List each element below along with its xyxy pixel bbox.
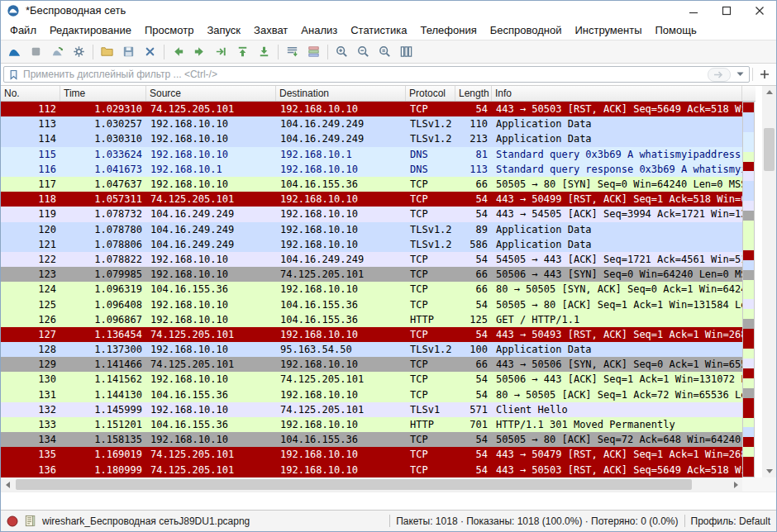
menu-item-9[interactable]: Беспроводной — [484, 21, 569, 39]
packet-row[interactable]: 1141.030310192.168.10.10104.16.249.249TL… — [1, 131, 742, 146]
menu-item-8[interactable]: Телефония — [413, 21, 483, 39]
expert-info-icon[interactable] — [7, 515, 18, 527]
menu-item-10[interactable]: Инструменты — [568, 21, 648, 39]
cell-protocol: TCP — [406, 329, 455, 340]
cell-time: 1.169019 — [60, 449, 146, 460]
packet-row[interactable]: 1221.078822192.168.10.10104.16.249.249TC… — [1, 252, 742, 267]
menu-item-5[interactable]: Захват — [247, 21, 294, 39]
cell-time: 1.079985 — [60, 268, 146, 280]
top-icon[interactable] — [232, 42, 253, 61]
open-file-icon[interactable] — [97, 42, 117, 61]
cell-destination: 104.16.249.249 — [276, 118, 406, 130]
horizontal-scroll-track[interactable] — [14, 477, 729, 492]
minimap-band — [743, 201, 754, 211]
capture-file-properties-icon[interactable] — [24, 515, 36, 527]
horizontal-scrollbar[interactable] — [1, 477, 742, 492]
back-icon[interactable] — [168, 42, 188, 61]
capture-options-icon[interactable] — [69, 42, 89, 61]
vertical-scroll-track[interactable] — [762, 98, 776, 465]
cell-destination: 74.125.205.101 — [276, 268, 406, 280]
colorize-icon[interactable] — [303, 42, 324, 61]
cell-time: 1.041673 — [60, 164, 146, 175]
packet-row[interactable]: 1261.096867192.168.10.10104.16.155.36HTT… — [1, 312, 742, 327]
apply-filter-icon[interactable] — [708, 68, 731, 82]
packet-row[interactable]: 1341.158135192.168.10.10104.16.155.36TCP… — [1, 432, 742, 447]
filter-dropdown-icon[interactable] — [733, 72, 747, 77]
packet-row[interactable]: 1281.137300192.168.10.1095.163.54.50TLSv… — [1, 342, 742, 357]
packet-row[interactable]: 1331.151201104.16.155.36192.168.10.10HTT… — [1, 417, 742, 432]
packet-row[interactable]: 1201.078780104.16.249.249192.168.10.10TL… — [1, 222, 742, 237]
packet-row[interactable]: 1291.14146674.125.205.101192.168.10.10TC… — [1, 357, 742, 372]
column-header-no[interactable]: No. — [1, 86, 60, 101]
packet-row[interactable]: 1121.02931074.125.205.101192.168.10.10TC… — [1, 102, 742, 116]
packet-minimap[interactable] — [742, 102, 755, 477]
packet-row[interactable]: 1241.096319104.16.155.36192.168.10.10TCP… — [1, 282, 742, 297]
add-filter-button[interactable] — [756, 66, 774, 83]
packet-row[interactable]: 1181.05731174.125.205.101192.168.10.10TC… — [1, 192, 742, 207]
close-file-icon[interactable] — [140, 42, 160, 61]
cell-no: 124 — [1, 283, 60, 295]
cell-length: 125 — [455, 314, 492, 325]
minimap-band — [743, 290, 754, 300]
menu-item-6[interactable]: Анализ — [294, 21, 344, 39]
stop-capture-icon[interactable] — [26, 42, 46, 61]
minimap-band — [743, 447, 754, 457]
goto-packet-icon[interactable] — [211, 42, 231, 61]
cell-protocol: TLSv1 — [406, 404, 455, 416]
scroll-up-icon[interactable] — [762, 86, 776, 98]
menu-item-7[interactable]: Статистика — [344, 21, 413, 39]
packet-row[interactable]: 1131.030257192.168.10.10104.16.249.249TL… — [1, 116, 742, 131]
minimize-button[interactable] — [677, 1, 710, 20]
cell-time: 1.096867 — [60, 314, 146, 325]
vertical-scroll-thumb[interactable] — [764, 128, 775, 171]
zoom-reset-icon[interactable] — [374, 42, 395, 61]
forward-icon[interactable] — [189, 42, 210, 61]
save-file-icon[interactable] — [118, 42, 139, 61]
horizontal-scroll-thumb[interactable] — [16, 479, 692, 490]
packet-row[interactable]: 1301.141562192.168.10.1074.125.205.101TC… — [1, 372, 742, 387]
scroll-left-icon[interactable] — [1, 477, 14, 492]
zoom-out-icon[interactable] — [353, 42, 374, 61]
menu-item-11[interactable]: Помощь — [649, 21, 703, 39]
column-header-destination[interactable]: Destination — [276, 86, 406, 101]
packet-row[interactable]: 1361.18099974.125.205.101192.168.10.10TC… — [1, 463, 742, 477]
autoscroll-icon[interactable] — [282, 42, 303, 61]
column-header-info[interactable]: Info — [492, 86, 742, 101]
packet-row[interactable]: 1151.033624192.168.10.10192.168.10.1DNS8… — [1, 147, 742, 162]
menu-item-3[interactable]: Просмотр — [138, 21, 200, 39]
packet-row[interactable]: 1211.078806104.16.249.249192.168.10.10TL… — [1, 237, 742, 252]
restart-capture-icon[interactable] — [47, 42, 68, 61]
resize-columns-icon[interactable] — [396, 42, 417, 61]
vertical-scrollbar[interactable] — [762, 86, 776, 477]
packet-row[interactable]: 1161.041673192.168.10.1192.168.10.10DNS1… — [1, 162, 742, 177]
column-header-source[interactable]: Source — [146, 86, 276, 101]
cell-no: 127 — [1, 329, 60, 340]
column-header-length[interactable]: Length — [455, 86, 492, 101]
column-header-protocol[interactable]: Protocol — [406, 86, 455, 101]
cell-length: 66 — [455, 283, 492, 295]
packet-row[interactable]: 1231.079985192.168.10.1074.125.205.101TC… — [1, 267, 742, 282]
filter-input[interactable] — [21, 68, 708, 81]
bottom-icon[interactable] — [254, 42, 274, 61]
menu-item-2[interactable]: Редактирование — [43, 21, 138, 39]
start-capture-icon[interactable] — [4, 42, 25, 61]
menu-item-4[interactable]: Запуск — [200, 21, 247, 39]
scroll-down-icon[interactable] — [762, 465, 776, 477]
packet-row[interactable]: 1271.13645474.125.205.101192.168.10.10TC… — [1, 327, 742, 342]
cell-destination: 192.168.10.10 — [276, 224, 406, 235]
column-header-time[interactable]: Time — [60, 86, 146, 101]
packet-row[interactable]: 1251.096408192.168.10.10104.16.155.36TCP… — [1, 297, 742, 311]
packet-row[interactable]: 1311.144130104.16.155.36192.168.10.10TCP… — [1, 387, 742, 402]
cell-time: 1.141466 — [60, 359, 146, 370]
packet-row[interactable]: 1351.16901974.125.205.101192.168.10.10TC… — [1, 447, 742, 462]
zoom-in-icon[interactable] — [331, 42, 352, 61]
menu-item-1[interactable]: Файл — [3, 21, 43, 39]
packet-row[interactable]: 1171.047637192.168.10.10104.16.155.36TCP… — [1, 177, 742, 192]
packet-row[interactable]: 1191.078732104.16.249.249192.168.10.10TC… — [1, 207, 742, 221]
packet-row[interactable]: 1321.145999192.168.10.1074.125.205.101TL… — [1, 402, 742, 417]
filter-bookmark-icon[interactable] — [7, 69, 20, 81]
profile-selector[interactable]: Профиль: Default — [691, 515, 771, 527]
maximize-button[interactable] — [710, 1, 743, 20]
close-button[interactable] — [743, 1, 776, 20]
scroll-right-icon[interactable] — [729, 477, 742, 492]
